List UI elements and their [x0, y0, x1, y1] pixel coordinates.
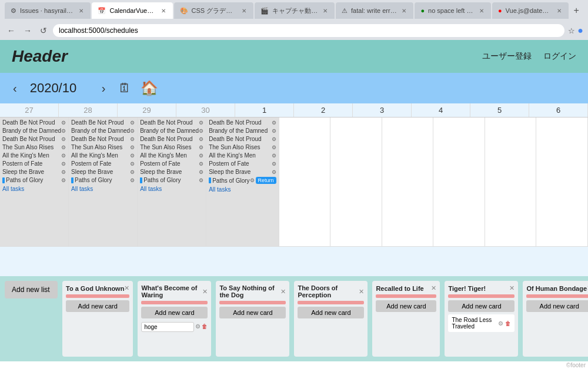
- tab-3-close[interactable]: ✕: [240, 8, 248, 14]
- kanban-list-4-close[interactable]: ✕: [359, 288, 364, 296]
- kanban-list-3-add-card[interactable]: Add new card: [219, 307, 286, 318]
- gear-icon[interactable]: ⚙: [130, 177, 135, 183]
- kanban-list-5-close[interactable]: ✕: [431, 284, 436, 292]
- event-28-3[interactable]: Death Be Not Proud⚙: [70, 135, 136, 143]
- event-27-5[interactable]: All the King's Men⚙: [1, 152, 67, 159]
- event-30-6[interactable]: Postern of Fate⚙: [208, 160, 277, 167]
- event-29-3[interactable]: Death Be Not Proud⚙: [139, 135, 205, 143]
- event-28-1[interactable]: Death Be Not Proud⚙: [70, 119, 136, 126]
- tab-1[interactable]: ⚙ Issues · hasyrails/cale... ✕: [5, 2, 91, 19]
- kanban-list-5-add-card[interactable]: Add new card: [376, 300, 436, 312]
- gear-icon[interactable]: ⚙: [61, 177, 66, 183]
- gear-icon[interactable]: ⚙: [199, 128, 203, 134]
- tab-7-close[interactable]: ✕: [556, 8, 563, 14]
- kanban-card-trash-icon[interactable]: 🗑: [505, 320, 511, 327]
- calendar-icon[interactable]: 🗓: [118, 80, 131, 96]
- event-29-1[interactable]: Death Be Not Proud⚙: [139, 119, 205, 126]
- address-input[interactable]: localhost:5000/schedules: [53, 24, 564, 37]
- gear-icon[interactable]: ⚙: [199, 120, 203, 126]
- gear-icon[interactable]: ⚙: [199, 136, 203, 142]
- gear-icon[interactable]: ⚙: [130, 120, 135, 126]
- all-tasks-30[interactable]: All tasks: [208, 185, 277, 194]
- tab-1-close[interactable]: ✕: [78, 8, 85, 14]
- tab-4[interactable]: 🎬 キャプチャ動画 - ee17d... ✕: [255, 2, 335, 19]
- register-link[interactable]: ユーザー登録: [482, 51, 532, 62]
- event-27-6[interactable]: Postern of Fate⚙: [1, 160, 67, 167]
- kanban-list-6-close[interactable]: ✕: [509, 284, 514, 292]
- event-28-2[interactable]: Brandy of the Damned⚙: [70, 127, 136, 135]
- event-29-5[interactable]: All the King's Men⚙: [139, 152, 205, 159]
- home-icon[interactable]: 🏠: [141, 80, 158, 96]
- gear-icon[interactable]: ⚙: [61, 169, 66, 175]
- tab-2-close[interactable]: ✕: [160, 8, 167, 14]
- gear-icon[interactable]: ⚙: [199, 177, 203, 183]
- gear-icon[interactable]: ⚙: [199, 153, 203, 159]
- gear-icon[interactable]: ⚙: [272, 120, 276, 126]
- event-29-7[interactable]: Sleep the Brave⚙: [139, 168, 205, 176]
- event-30-4[interactable]: The Sun Also Rises⚙: [208, 143, 277, 151]
- all-tasks-28[interactable]: All tasks: [70, 184, 136, 193]
- kanban-list-3-close[interactable]: ✕: [280, 288, 286, 296]
- event-30-8[interactable]: Paths of Glory ⚙ Return: [208, 176, 277, 184]
- gear-icon[interactable]: ⚙: [272, 161, 276, 167]
- next-month-button[interactable]: ›: [98, 80, 109, 96]
- tab-7[interactable]: ● Vue.js@datepicker:i... ✕: [492, 2, 569, 19]
- tab-6-close[interactable]: ✕: [478, 8, 485, 14]
- event-27-4[interactable]: The Sun Also Rises⚙: [1, 143, 67, 151]
- event-28-7[interactable]: Sleep the Brave⚙: [70, 168, 136, 176]
- kanban-list-4-add-card[interactable]: Add new card: [298, 307, 364, 318]
- gear-icon[interactable]: ⚙: [250, 177, 255, 183]
- kanban-list-1-close[interactable]: ✕: [124, 284, 129, 292]
- event-28-5[interactable]: All the King's Men⚙: [70, 152, 136, 159]
- tab-6[interactable]: ● no space left on devic... ✕: [415, 2, 491, 19]
- gear-icon[interactable]: ⚙: [61, 145, 66, 150]
- gear-icon[interactable]: ⚙: [272, 153, 276, 159]
- bookmark-icon[interactable]: ☆: [568, 26, 575, 35]
- add-list-button[interactable]: Add new list: [5, 281, 58, 298]
- gear-icon[interactable]: ⚙: [199, 169, 203, 175]
- gear-icon[interactable]: ⚙: [130, 145, 135, 150]
- kanban-list-2-add-card[interactable]: Add new card: [141, 307, 208, 318]
- gear-icon[interactable]: ⚙: [199, 145, 203, 150]
- event-29-8[interactable]: Paths of Glory⚙: [139, 176, 205, 184]
- kanban-list-2-close[interactable]: ✕: [202, 288, 208, 296]
- event-30-3[interactable]: Death Be Not Proud⚙: [208, 135, 277, 143]
- forward-button[interactable]: →: [21, 25, 34, 36]
- gear-icon[interactable]: ⚙: [61, 161, 66, 167]
- gear-icon[interactable]: ⚙: [272, 145, 276, 150]
- kanban-list-1-add-card[interactable]: Add new card: [66, 300, 129, 312]
- gear-icon[interactable]: ⚙: [61, 153, 66, 159]
- gear-icon[interactable]: ⚙: [130, 169, 135, 175]
- event-27-8[interactable]: Paths of Glory⚙: [1, 176, 67, 184]
- gear-icon[interactable]: ⚙: [130, 128, 135, 134]
- event-27-2[interactable]: Brandy of the Damned⚙: [1, 127, 67, 135]
- kanban-list-6-add-card[interactable]: Add new card: [448, 300, 514, 312]
- event-29-4[interactable]: The Sun Also Rises⚙: [139, 143, 205, 151]
- account-icon[interactable]: ●: [577, 25, 583, 36]
- back-button[interactable]: ←: [5, 25, 18, 36]
- tab-5-close[interactable]: ✕: [400, 8, 407, 14]
- event-27-3[interactable]: Death Be Not Proud⚙: [1, 135, 67, 143]
- login-link[interactable]: ログイン: [543, 51, 576, 62]
- event-28-6[interactable]: Postern of Fate⚙: [70, 160, 136, 167]
- event-28-4[interactable]: The Sun Also Rises⚙: [70, 143, 136, 151]
- gear-icon[interactable]: ⚙: [61, 136, 66, 142]
- event-30-1[interactable]: Death Be Not Proud⚙: [208, 119, 277, 126]
- all-tasks-29[interactable]: All tasks: [139, 184, 205, 193]
- all-tasks-27[interactable]: All tasks: [1, 184, 67, 193]
- event-29-6[interactable]: Postern of Fate⚙: [139, 160, 205, 167]
- event-30-7[interactable]: Sleep the Brave⚙: [208, 168, 277, 176]
- event-28-8[interactable]: Paths of Glory⚙: [70, 176, 136, 184]
- event-29-2[interactable]: Brandy of the Damned⚙: [139, 127, 205, 135]
- kanban-list-2-input[interactable]: [141, 322, 194, 332]
- gear-icon[interactable]: ⚙: [130, 153, 135, 159]
- prev-month-button[interactable]: ‹: [9, 80, 21, 96]
- gear-icon[interactable]: ⚙: [272, 169, 276, 175]
- kanban-card-gear-icon[interactable]: ⚙: [498, 320, 503, 327]
- gear-icon[interactable]: ⚙: [272, 136, 276, 142]
- tab-5[interactable]: ⚠ fatal: write error: No s... ✕: [336, 2, 413, 19]
- tab-2[interactable]: 📅 CalendarVueOriginal ✕: [92, 2, 172, 19]
- event-27-7[interactable]: Sleep the Brave⚙: [1, 168, 67, 176]
- event-30-2[interactable]: Brandy of the Damned⚙: [208, 127, 277, 135]
- event-30-5[interactable]: All the King's Men⚙: [208, 152, 277, 159]
